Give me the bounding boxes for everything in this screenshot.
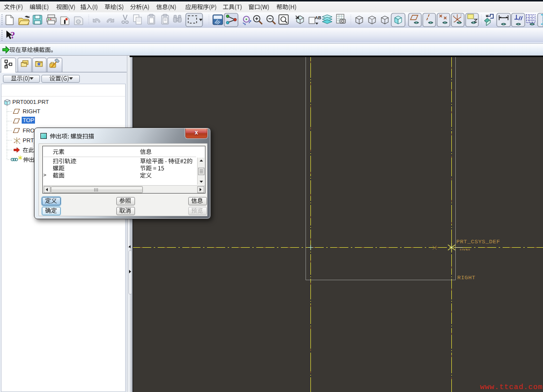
svg-text:y: y (453, 14, 454, 17)
svg-text:AB: AB (315, 15, 321, 20)
svg-text:z: z (453, 20, 455, 23)
svg-text:x: x (460, 13, 462, 16)
svg-text:?: ? (10, 30, 15, 40)
svg-text:PRT_CSYS_DEF: PRT_CSYS_DEF (456, 238, 500, 245)
svg-text:RIGHT: RIGHT (457, 274, 475, 281)
svg-text:UXNL: UXNL (460, 248, 472, 254)
